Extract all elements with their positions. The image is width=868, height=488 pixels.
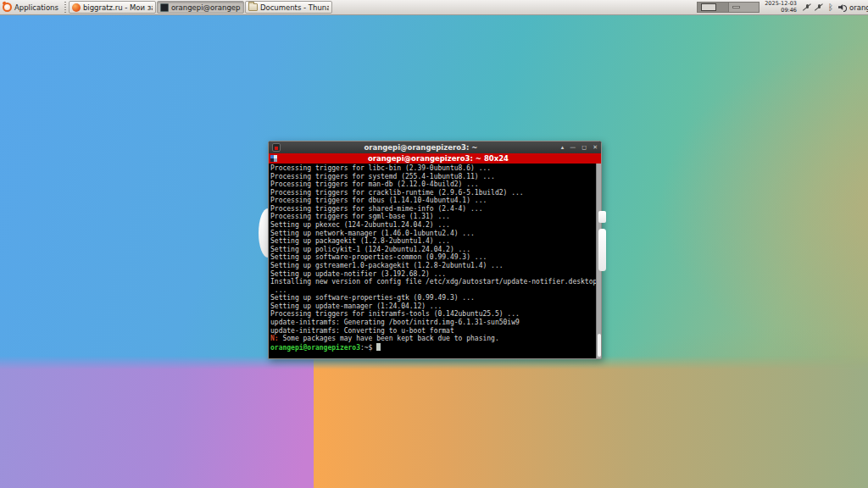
clock-time: 09:46 xyxy=(765,8,797,14)
terminal-line: Processing triggers for systemd (255.4-1… xyxy=(270,173,596,181)
workspace-2[interactable] xyxy=(728,3,759,12)
panel-clock[interactable]: 2025-12-03 09:46 xyxy=(760,0,800,14)
taskbar-item-label: orangepi@orangepizero... xyxy=(171,3,241,12)
terminal-line: Setting up update-manager (1:24.04.12) .… xyxy=(270,302,596,311)
terminal-body[interactable]: Processing triggers for libc-bin (2.39-0… xyxy=(269,164,601,358)
top-panel: Applications biggratz.ru - Мои закла...o… xyxy=(0,0,868,15)
window-title: orangepi@orangepizero3: ~ xyxy=(281,143,561,152)
terminal-line: Setting up update-notifier (3.192.68.2) … xyxy=(270,270,596,279)
terminal-line: Setting up software-properties-common (0… xyxy=(270,253,596,262)
terminal-line: ... xyxy=(270,286,596,295)
terminal-line: update-initramfs: Converting to u-boot f… xyxy=(270,327,596,336)
maximize-button[interactable]: ◻ xyxy=(581,141,587,153)
bluetooth-icon[interactable] xyxy=(826,3,835,13)
panel-spacer xyxy=(333,0,697,14)
terminal-line: Processing triggers for sgml-base (1.31)… xyxy=(270,213,596,221)
taskbar-item-label: biggratz.ru - Мои закла... xyxy=(83,3,153,12)
terminal-line: Processing triggers for libc-bin (2.39-0… xyxy=(270,164,596,173)
close-button[interactable]: ✕ xyxy=(593,141,598,153)
terminal-line: Processing triggers for man-db (2.12.0-4… xyxy=(270,180,596,189)
xterm-icon xyxy=(270,155,277,162)
folder-icon xyxy=(248,3,258,11)
workspace-window-miniature xyxy=(732,6,740,8)
terminal-app-icon xyxy=(272,143,281,152)
panel-separator xyxy=(64,2,68,13)
terminal-line: Setting up packagekit (1.2.8-2ubuntu1.4)… xyxy=(270,237,596,246)
terminal-line: update-initramfs: Generating /boot/initr… xyxy=(270,319,596,327)
terminal-scrollbar-thumb[interactable] xyxy=(598,334,601,357)
taskbar-item-label: Documents - Thunar xyxy=(260,3,329,12)
tray xyxy=(800,0,849,14)
session-menu-label: orangepi xyxy=(849,3,868,12)
applications-menu-button[interactable]: Applications xyxy=(0,0,63,14)
shade-button[interactable]: ▴ xyxy=(561,141,565,153)
minimize-button[interactable]: — xyxy=(570,141,576,153)
terminal-line: orangepi@orangepizero3:~$ xyxy=(270,343,596,352)
firefox-icon xyxy=(72,3,81,12)
wallpaper-orange-region xyxy=(314,356,868,488)
terminal-line: Processing triggers for dbus (1.14.10-4u… xyxy=(270,197,596,205)
terminal-line: Processing triggers for shared-mime-info… xyxy=(270,205,596,214)
taskbar-item[interactable]: biggratz.ru - Мои закла... xyxy=(69,1,156,14)
session-menu-button[interactable]: orangepi xyxy=(849,0,868,14)
terminal-line: Processing triggers for cracklib-runtime… xyxy=(270,189,596,197)
terminal-window: orangepi@orangepizero3: ~ ▴—◻✕ orangepi@… xyxy=(268,141,602,359)
terminal-line: N: Some packages may have been kept back… xyxy=(270,335,596,343)
wallpaper-purple-region xyxy=(0,356,314,488)
terminal-line: Setting up software-properties-gtk (0.99… xyxy=(270,294,596,302)
audio-input-muted-icon[interactable] xyxy=(803,3,811,13)
terminal-line: Setting up gstreamer1.0-packagekit (1.2.… xyxy=(270,262,596,270)
terminal-cursor xyxy=(376,343,381,351)
microphone-muted-icon[interactable] xyxy=(815,3,823,13)
workspace-switcher xyxy=(697,2,760,13)
workspace-1[interactable] xyxy=(698,3,728,12)
taskbar-item[interactable]: Documents - Thunar xyxy=(245,1,332,14)
terminal-output[interactable]: Processing triggers for libc-bin (2.39-0… xyxy=(269,164,596,358)
volume-icon[interactable] xyxy=(838,3,847,13)
terminal-line: Installing new version of config file /e… xyxy=(270,278,596,286)
background-window-artifact-top-right xyxy=(598,211,606,223)
terminal-icon xyxy=(160,3,169,12)
terminal-line: Setting up network-manager (1.46.0-1ubun… xyxy=(270,230,596,238)
window-titlebar[interactable]: orangepi@orangepizero3: ~ ▴—◻✕ xyxy=(269,141,601,153)
xterm-titlebar: orangepi@orangepizero3: ~ 80x24 xyxy=(269,153,601,164)
applications-menu-label: Applications xyxy=(14,3,58,12)
screen: Applications biggratz.ru - Мои закла...o… xyxy=(0,0,868,488)
terminal-line: Processing triggers for initramfs-tools … xyxy=(270,310,596,319)
distro-logo-icon xyxy=(3,3,12,12)
terminal-line: Setting up pkexec (124-2ubuntu1.24.04.2)… xyxy=(270,221,596,230)
terminal-line: Setting up policykit-1 (124-2ubuntu1.24.… xyxy=(270,246,596,254)
window-controls: ▴—◻✕ xyxy=(561,141,598,153)
workspace-window-miniature xyxy=(701,3,716,11)
taskbar: biggratz.ru - Мои закла...orangepi@orang… xyxy=(69,0,333,14)
background-window-artifact-right xyxy=(598,229,606,271)
taskbar-item[interactable]: orangepi@orangepizero... xyxy=(157,1,244,14)
xterm-title: orangepi@orangepizero3: ~ 80x24 xyxy=(277,154,599,163)
